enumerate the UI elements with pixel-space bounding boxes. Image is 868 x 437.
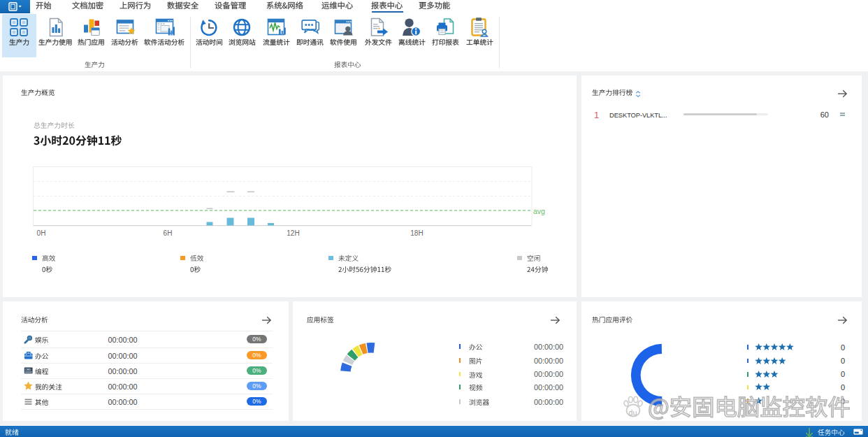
svg-text:du: du (629, 408, 637, 417)
svg-text:CMD: CMD (25, 369, 31, 372)
